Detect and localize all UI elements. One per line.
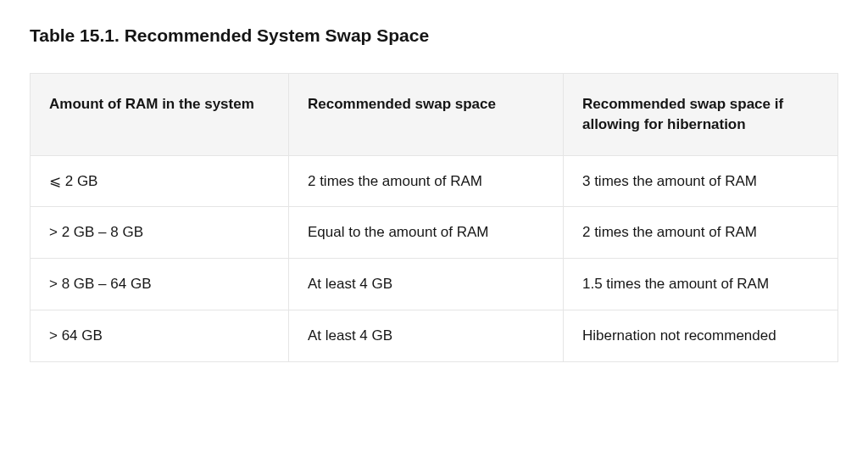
- table-row: > 64 GB At least 4 GB Hibernation not re…: [31, 310, 838, 361]
- table-row: > 8 GB – 64 GB At least 4 GB 1.5 times t…: [31, 259, 838, 310]
- col-header-ram: Amount of RAM in the system: [31, 74, 289, 156]
- cell-swap-hibernation: Hibernation not recommended: [563, 310, 837, 361]
- cell-swap-hibernation: 2 times the amount of RAM: [563, 207, 837, 259]
- cell-ram: ⩽ 2 GB: [31, 155, 289, 207]
- cell-swap: At least 4 GB: [288, 259, 563, 310]
- cell-swap-hibernation: 1.5 times the amount of RAM: [563, 259, 837, 310]
- cell-swap: At least 4 GB: [288, 310, 563, 361]
- col-header-swap-hibernation: Recommended swap space if allowing for h…: [563, 74, 837, 156]
- col-header-swap: Recommended swap space: [288, 74, 563, 156]
- table-title: Table 15.1. Recommended System Swap Spac…: [30, 25, 838, 46]
- cell-ram: > 2 GB – 8 GB: [31, 207, 289, 259]
- cell-swap-hibernation: 3 times the amount of RAM: [563, 155, 837, 207]
- cell-swap: 2 times the amount of RAM: [288, 155, 563, 207]
- table-row: ⩽ 2 GB 2 times the amount of RAM 3 times…: [31, 155, 838, 207]
- cell-ram: > 8 GB – 64 GB: [31, 259, 289, 310]
- table-row: > 2 GB – 8 GB Equal to the amount of RAM…: [31, 207, 838, 259]
- cell-swap: Equal to the amount of RAM: [288, 207, 563, 259]
- table-header-row: Amount of RAM in the system Recommended …: [31, 74, 838, 156]
- swap-space-table: Amount of RAM in the system Recommended …: [30, 73, 838, 362]
- cell-ram: > 64 GB: [31, 310, 289, 361]
